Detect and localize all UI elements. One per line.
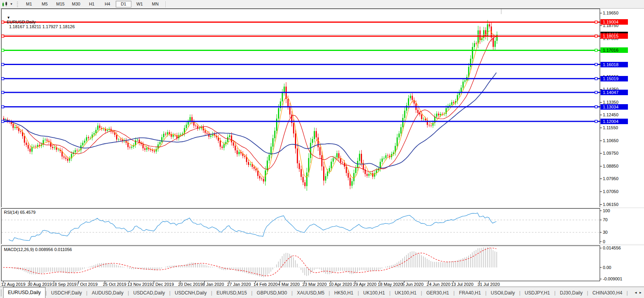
date-axis-label: 14 Feb 2020 xyxy=(253,282,278,287)
tab-audusd-daily[interactable]: AUDUSD,Daily xyxy=(87,287,128,298)
price-axis-tick: 1.09750 xyxy=(603,151,642,156)
date-axis-label: 24 Jun 2020 xyxy=(427,282,451,287)
chart-title: ▼ EURUSD,Daily 1.18167 1.18211 1.17927 1… xyxy=(4,10,75,29)
rsi-axis-tick: 70 xyxy=(603,217,642,222)
date-axis-label: 18 May 2020 xyxy=(378,282,403,287)
date-axis-label: 2 Dec 2019 xyxy=(152,282,174,287)
timeframe-button-h4[interactable]: H4 xyxy=(100,1,115,7)
chart-title-ohlc: 1.18167 1.18211 1.17927 1.18126 xyxy=(9,24,75,29)
sr-line-handle[interactable] xyxy=(595,78,597,80)
sr-price-badge: 1.17016 xyxy=(600,47,628,53)
tab-uk100-h1[interactable]: UK100,H1 xyxy=(359,287,389,298)
tab-uk100-h1[interactable]: UK100,H1 xyxy=(391,287,421,298)
date-axis-label: 4 Mar 2020 xyxy=(278,282,300,287)
sr-line-handle[interactable] xyxy=(595,120,597,123)
toolbar-grip[interactable] xyxy=(17,2,18,7)
price-axis-tick: 1.12450 xyxy=(603,112,642,117)
date-axis-label: 27 Jan 2020 xyxy=(227,282,251,287)
tab-usdcad-daily[interactable]: USDCAD,Daily xyxy=(129,287,169,298)
timeframe-button-m1[interactable]: M1 xyxy=(22,1,36,7)
macd-axis-tick: 0.014556 xyxy=(603,246,642,251)
tab-usdjpy-h1[interactable]: USDJPY,H1 xyxy=(520,287,554,298)
tab-scroll-left-icon[interactable]: ◄ xyxy=(634,291,637,294)
tab-dj30-daily[interactable]: DJ30,Daily xyxy=(555,287,587,298)
tab-eurusd-m15[interactable]: EURUSD,M15 xyxy=(212,287,251,298)
tab-xauusd-m5[interactable]: XAUUSD,M5 xyxy=(293,287,329,298)
price-axis-tick: 1.08850 xyxy=(603,164,642,169)
macd-axis-tick: -0.009001 xyxy=(603,276,642,282)
date-axis-label: 5 Jun 2020 xyxy=(402,282,423,287)
tab-usdcnh-daily[interactable]: USDCNH,Daily xyxy=(171,287,211,298)
timeframe-buttons: M1M5M15M30H1H4D1W1MN xyxy=(21,1,163,7)
date-axis-label: 7 Oct 2019 xyxy=(76,282,98,287)
date-axis-label: 10 Apr 2020 xyxy=(329,282,352,287)
date-axis-label: 13 Nov 2019 xyxy=(127,282,152,287)
tab-ger30-h1[interactable]: GER30,H1 xyxy=(422,287,453,298)
tab-eurusd-daily[interactable]: EURUSD,Daily xyxy=(3,287,45,298)
sr-price-badge: 1.18015 xyxy=(600,33,628,39)
chart-type-button[interactable]: ▼ xyxy=(2,2,13,7)
sr-price-badge: 1.13034 xyxy=(600,104,628,110)
mt4-trading-platform: { "toolbar": { "timeframes": ["M1","M5",… xyxy=(0,0,644,298)
sr-line-handle[interactable] xyxy=(595,63,597,66)
price-axis-tick: 1.19650 xyxy=(603,11,642,16)
rsi-axis-tick: 100 xyxy=(603,208,642,213)
tabbar-grip xyxy=(1,289,2,296)
rsi-axis-tick: 30 xyxy=(603,230,642,235)
timeframe-button-h1[interactable]: H1 xyxy=(84,1,99,7)
date-axis-label: 13 Jul 2020 xyxy=(451,282,473,287)
price-axis-tick: 1.10650 xyxy=(603,138,642,143)
chart-tab-bar: EURUSD,Daily|USDCHF,Daily|AUDUSD,Daily|U… xyxy=(0,287,644,298)
date-axis-label: 29 Apr 2020 xyxy=(353,282,377,287)
tab-hk50-h1[interactable]: HK50,H1 xyxy=(330,287,358,298)
chart-dropdown-icon[interactable]: ▼ xyxy=(7,16,10,20)
tab-usdchf-daily[interactable]: USDCHF,Daily xyxy=(47,287,86,298)
sr-line-handle[interactable] xyxy=(595,35,597,37)
timeframe-button-mn[interactable]: MN xyxy=(148,1,163,7)
sr-line-handle[interactable] xyxy=(2,49,4,51)
sr-line-handle[interactable] xyxy=(2,120,4,123)
tab-scroll-right-icon[interactable]: ► xyxy=(639,291,642,294)
date-axis-label: 12 Aug 2019 xyxy=(1,282,25,287)
sr-line-handle[interactable] xyxy=(2,21,4,23)
sr-price-badge: 1.19004 xyxy=(600,19,628,25)
sr-line-handle[interactable] xyxy=(2,106,4,108)
tab-fra40-h1[interactable]: FRA40,H1 xyxy=(455,287,485,298)
sr-line-handle[interactable] xyxy=(2,63,4,66)
macd-label: MACD(12,26,9) 0.008956 0.011056 xyxy=(4,247,72,252)
timeframe-button-w1[interactable]: W1 xyxy=(132,1,147,7)
price-axis-tick: 1.06150 xyxy=(603,202,642,207)
chart-canvas xyxy=(0,0,644,298)
tab-gbpusd-m30[interactable]: GBPUSD,M30 xyxy=(253,287,291,298)
tab-usoil-daily[interactable]: USOil,Daily xyxy=(486,287,519,298)
timeframe-button-m30[interactable]: M30 xyxy=(69,1,84,7)
sr-price-badge: 1.14047 xyxy=(600,90,628,95)
price-axis-tick: 1.07950 xyxy=(603,176,642,181)
rsi-label: RSI(14) 65.4579 xyxy=(4,210,36,215)
timeframe-button-m15[interactable]: M15 xyxy=(53,1,68,7)
sr-line-handle[interactable] xyxy=(2,91,4,94)
rsi-axis-tick: 0 xyxy=(603,239,642,244)
sr-line-handle[interactable] xyxy=(595,21,597,23)
sr-line-handle[interactable] xyxy=(595,106,597,108)
sr-line-handle[interactable] xyxy=(2,78,4,80)
pane-resize-divider[interactable] xyxy=(0,207,644,208)
date-axis-label: 18 Sep 2019 xyxy=(52,282,76,287)
date-axis-label: 8 Jan 2020 xyxy=(203,282,224,287)
tab-scroll-arrows: ◄ ► xyxy=(632,287,644,298)
date-axis-label: 23 Mar 2020 xyxy=(302,282,327,287)
sr-price-badge: 1.15019 xyxy=(600,76,628,81)
date-axis-label: 30 Aug 2019 xyxy=(27,282,52,287)
macd-axis-tick: 0.00 xyxy=(603,265,642,270)
date-axis-label: 31 Jul 2020 xyxy=(477,282,500,287)
tab-china300-h4[interactable]: CHINA300,H4 xyxy=(588,287,627,298)
pane-resize-divider[interactable] xyxy=(0,244,644,246)
sr-line-handle[interactable] xyxy=(595,49,597,51)
chevron-down-icon: ▼ xyxy=(10,2,13,6)
toolbar-separator xyxy=(166,1,166,7)
timeframe-button-d1[interactable]: D1 xyxy=(116,1,131,7)
toolbar: ▼ M1M5M15M30H1H4D1W1MN xyxy=(0,0,644,9)
sr-line-handle[interactable] xyxy=(2,35,4,37)
timeframe-button-m5[interactable]: M5 xyxy=(37,1,52,7)
sr-line-handle[interactable] xyxy=(595,91,597,94)
